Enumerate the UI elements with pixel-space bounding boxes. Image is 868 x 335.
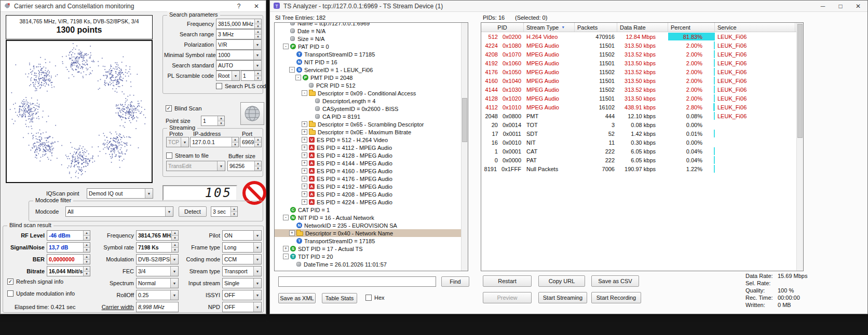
globe-button[interactable] <box>240 102 264 125</box>
expand-icon[interactable]: + <box>302 121 307 127</box>
expand-icon[interactable]: + <box>283 246 289 252</box>
collapse-icon[interactable]: - <box>289 67 295 73</box>
pid-table-row[interactable]: 41280x1020MPEG Audio11501313.50 kbps2.00… <box>481 94 796 103</box>
collapse-icon[interactable]: - <box>295 75 301 80</box>
chevron-down-icon[interactable]: ▼ <box>253 255 261 264</box>
tree-item[interactable]: -Descriptor = 0x09 - Conditional Access <box>275 89 461 97</box>
tree-item[interactable]: -PPMT PID = 2048 <box>275 74 461 81</box>
expand-icon[interactable]: + <box>302 176 307 182</box>
tree-item[interactable]: -TTDT PID = 20 <box>275 253 461 260</box>
pid-table-row[interactable]: 20480x0800PMT44412.10 kbps0.08%LEUK_Fi06 <box>481 111 796 120</box>
expand-icon[interactable]: + <box>302 152 307 158</box>
filter-icon[interactable]: ▼ <box>561 25 565 29</box>
start-recording-button[interactable]: Start Recording <box>591 292 641 303</box>
spinner-icon[interactable]: ▲▼ <box>230 207 237 216</box>
tree-item[interactable]: NNetworkID = 235 - EUROVISION SA <box>275 221 461 229</box>
chevron-down-icon[interactable]: ▼ <box>253 243 261 252</box>
bitrate-field[interactable]: 16,044 Mbit/s▲▼ <box>47 266 90 276</box>
column-header-stream-type[interactable]: Stream Type▼ <box>524 23 575 32</box>
tree-item[interactable]: DateTime = 26.01.2026 11:01:57 <box>275 260 461 268</box>
scrollbar-thumb[interactable] <box>797 24 803 138</box>
npd-select[interactable]: OFF▼ <box>222 302 262 312</box>
stream-type-select[interactable]: Transport▼ <box>222 266 262 276</box>
pid-table-row[interactable]: 170x0011SDT521.42 kbps0.01% <box>481 129 796 138</box>
pid-table-row[interactable]: 200x0014TOT30.08 kbps0.00% <box>481 120 796 129</box>
hex-checkbox[interactable]: Hex <box>365 295 385 301</box>
issyi-select[interactable]: OFF▼ <box>222 290 262 300</box>
rf-level-field[interactable]: -46 dBm▲▼ <box>47 230 90 241</box>
tree-item[interactable]: +AES PID = 4144 - MPEG Audio <box>275 159 461 167</box>
collapse-icon[interactable]: - <box>283 215 289 220</box>
preview-button[interactable]: Preview <box>483 292 532 303</box>
tree-item[interactable]: +SSDT PID = 17 - Actual TS <box>275 245 461 253</box>
buffer-size-spin[interactable]: 96256▲▼ <box>227 161 262 171</box>
chevron-down-icon[interactable]: ▼ <box>232 71 239 80</box>
pid-table-row[interactable]: 160x0010NIT110.30 kbps0.00% <box>481 138 796 147</box>
tree-item[interactable]: DescriptorLength = 4 <box>275 97 461 105</box>
tree-item[interactable]: +AES PID = 4160 - MPEG Audio <box>275 167 461 175</box>
expand-icon[interactable]: + <box>302 145 307 150</box>
find-button[interactable]: Find <box>441 276 469 287</box>
expand-icon[interactable]: + <box>302 191 307 197</box>
pid-table-row[interactable]: 42080x1070MPEG Audio11502313.52 kbps2.00… <box>481 50 796 59</box>
pid-table-row[interactable]: 41760x1050MPEG Audio11502313.52 kbps2.00… <box>481 67 796 76</box>
detect-button[interactable]: Detect <box>179 206 207 217</box>
pid-table-row[interactable]: 41120x1010MPEG Audio16102438.91 kbps2.80… <box>481 103 796 111</box>
chevron-down-icon[interactable]: ▼ <box>253 231 261 240</box>
column-header-pid[interactable]: PID <box>481 23 524 32</box>
pid-table-row[interactable]: 41600x1040MPEG Audio11501313.50 kbps2.00… <box>481 76 796 85</box>
blind-scan-checkbox[interactable]: ✓Blind Scan <box>166 105 202 111</box>
spinner-icon[interactable]: ▲▼ <box>83 243 90 252</box>
pl-scramble-mode-select[interactable]: Root▼ <box>216 71 240 81</box>
chevron-down-icon[interactable]: ▼ <box>145 189 153 198</box>
tree-item[interactable]: Size = N/A <box>275 35 461 43</box>
column-header-data-rate[interactable]: Data Rate <box>617 23 668 32</box>
tree-item[interactable]: -SServiceID = 1 - LEUK_Fi06 <box>275 66 461 74</box>
collapse-icon[interactable]: - <box>283 254 289 259</box>
stream-to-file-checkbox[interactable]: Stream to file <box>166 152 209 159</box>
close-button[interactable]: ✕ <box>249 1 264 11</box>
expand-icon[interactable]: + <box>302 129 307 135</box>
spectrum-select[interactable]: Normal▼ <box>136 278 179 288</box>
ber-field[interactable]: 0,0000000▲▼ <box>47 254 90 264</box>
table-scrollbar[interactable] <box>796 23 803 271</box>
pid-table-row[interactable]: 41920x1060MPEG Audio11501313.50 kbps2.00… <box>481 59 796 67</box>
carrier-width-field[interactable]: 8,998 MHz <box>136 302 179 312</box>
tree-item[interactable]: Date = N/A <box>275 27 461 35</box>
copy-url-button[interactable]: Copy URL <box>538 275 585 287</box>
expand-icon[interactable]: + <box>289 230 295 236</box>
search-pls-checkbox[interactable]: Search PLS code <box>216 83 269 89</box>
chevron-down-icon[interactable]: ▼ <box>253 267 261 276</box>
chevron-down-icon[interactable]: ▼ <box>170 255 178 264</box>
profile-select[interactable]: TransEdit▼ <box>166 161 225 171</box>
pid-table-row[interactable]: 41440x1030MPEG Audio11502313.52 kbps2.00… <box>481 85 796 94</box>
chevron-down-icon[interactable]: ▼ <box>253 290 261 300</box>
collapse-icon[interactable]: - <box>302 90 307 96</box>
expand-icon[interactable]: + <box>302 168 307 174</box>
rolloff-select[interactable]: 0.25▼ <box>136 290 179 300</box>
spinner-icon[interactable]: ▲▼ <box>254 30 261 39</box>
fec-select[interactable]: 3/4▼ <box>136 266 179 276</box>
help-button[interactable]: ? <box>232 1 246 11</box>
pl-scramble-code-spin[interactable]: 1▲▼ <box>241 71 262 81</box>
pid-table-row[interactable]: 10x0001CAT2226.05 kbps0.04% <box>481 147 796 156</box>
spinner-icon[interactable]: ▲▼ <box>254 71 261 80</box>
tree-item[interactable]: +AES PID = 4112 - MPEG Audio <box>275 144 461 151</box>
tree-item[interactable]: +AES PID = 4208 - MPEG Audio <box>275 190 461 198</box>
modcode-select[interactable]: All▼ <box>65 206 173 217</box>
expand-icon[interactable]: + <box>302 199 307 205</box>
tree-item[interactable]: -PPAT PID = 0 <box>275 43 461 50</box>
proto-select[interactable]: TCP▼ <box>166 137 189 147</box>
search-range-spin[interactable]: 3 MHz▲▼ <box>216 29 262 39</box>
modulation-select[interactable]: DVB-S2/8PSK▼ <box>136 254 179 264</box>
search-standard-select[interactable]: AUTO▼ <box>216 60 262 71</box>
pilot-select[interactable]: ON▼ <box>222 230 262 241</box>
frequency-result-field[interactable]: 3814,765 MHz▲▼ <box>136 230 179 241</box>
tree-item[interactable]: +AES PID = 4224 - MPEG Audio <box>275 198 461 206</box>
maximize-button[interactable]: □ <box>833 1 848 11</box>
tree-item[interactable]: +Descriptor = 0x65 - Scrambling Descript… <box>275 120 461 128</box>
expand-icon[interactable]: + <box>302 137 307 143</box>
carrier-width-link[interactable]: Carrier width <box>90 304 134 310</box>
column-header-packets[interactable]: Packets <box>575 23 617 32</box>
spinner-icon[interactable]: ▲▼ <box>83 231 90 240</box>
